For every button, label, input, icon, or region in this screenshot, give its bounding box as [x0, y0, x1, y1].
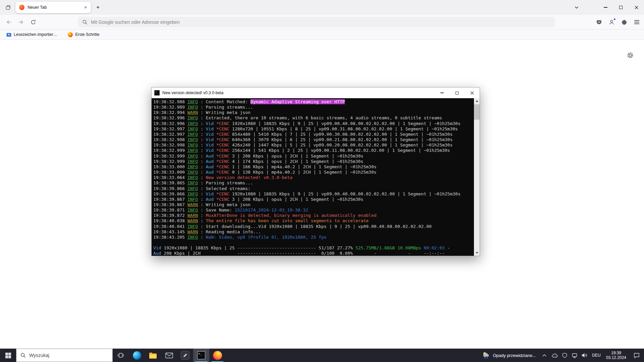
tab-close-button[interactable]: ✕ — [82, 4, 89, 11]
list-all-tabs-button[interactable] — [572, 2, 582, 12]
taskbar-mail-button[interactable] — [161, 349, 177, 362]
log-segment: Vid — [206, 191, 216, 196]
arrow-down-icon — [476, 252, 478, 254]
log-segment: 640x360 | 3079 Kbps | 6 | 25 | vp09.00.2… — [232, 137, 452, 142]
weather-widget[interactable]: Opady przewidziane... — [479, 349, 539, 362]
bookmark-import-bookmarks[interactable]: Lesezeichen importier… — [3, 31, 60, 39]
log-segment: 644x362 | 18835 Kbps | 9 | 25 | vp09.0… — [232, 191, 461, 196]
log-segment: : — [198, 110, 206, 115]
log-segment: 19:38:32.996 — [153, 115, 187, 120]
log-segment: 19:38:32.994 — [153, 110, 187, 115]
action-center-button[interactable] — [629, 349, 644, 362]
scrollbar-down-arrow[interactable] — [474, 250, 480, 256]
firefox-view-button[interactable] — [3, 2, 13, 13]
log-segment: INFO — [187, 224, 198, 229]
taskbar-edge-button[interactable] — [129, 349, 145, 362]
new-tab-button[interactable]: + — [93, 2, 103, 12]
account-button[interactable] — [606, 17, 617, 27]
log-segment: *CENC — [216, 132, 232, 137]
taskbar-file-explorer-button[interactable] — [145, 349, 161, 362]
log-segment: 525.75MB/1.88GB — [356, 245, 395, 250]
log-segment: 3 | 208 Kbps | opus | 2CH | 1 Segment | … — [232, 154, 363, 159]
console-titlebar[interactable]: >_ New version detected! v0.3.0-beta — [152, 87, 480, 98]
mail-envelope-icon — [165, 353, 173, 358]
console-line: 19:38:39.872 WARN : MuxAfterDone is dete… — [153, 213, 474, 218]
address-bar[interactable] — [78, 17, 555, 27]
taskbar-search-box[interactable] — [16, 349, 113, 362]
log-segment: 19:38:39.866 — [153, 186, 187, 191]
account-notification-badge — [613, 18, 616, 20]
console-line: 19:38:39.865 INFO : Parsing streams... — [153, 180, 474, 186]
log-segment: 208 Kbps | 2CH — [164, 251, 237, 256]
address-input[interactable] — [91, 19, 551, 25]
tray-show-hidden-icons-button[interactable] — [539, 349, 549, 362]
forward-button[interactable] — [15, 16, 26, 28]
log-segment: 19:38:32.998 — [153, 137, 187, 142]
log-segment: : — [198, 224, 206, 229]
tray-volume-button[interactable] — [580, 349, 590, 362]
console-close-button[interactable] — [465, 87, 480, 98]
shield-icon — [562, 353, 568, 358]
log-segment: 426x240 | 1447 Kbps | 5 | 25 | vp09.00.2… — [232, 142, 452, 147]
log-segment: Aud — [153, 251, 164, 256]
log-segment: 19:38:32.999 — [153, 148, 187, 153]
log-segment: WARN — [187, 229, 198, 234]
gear-icon — [627, 52, 634, 59]
tray-onedrive-button[interactable] — [549, 349, 559, 362]
taskbar-search-input[interactable] — [29, 353, 96, 358]
log-segment: 19:38:43.205 — [153, 235, 187, 240]
taskbar-console-button[interactable]: >_ — [193, 349, 209, 362]
scrollbar-thumb[interactable] — [474, 104, 480, 120]
log-segment: *CENC — [216, 197, 232, 202]
log-segment: 19:38:32.996 — [153, 121, 187, 126]
log-segment: 19:38:33.000 — [153, 164, 187, 169]
console-line — [153, 240, 474, 245]
log-segment: Vid — [206, 121, 216, 126]
log-segment: 19:38:39.866 — [153, 191, 187, 196]
tray-network-button[interactable] — [570, 349, 580, 362]
scrollbar-up-arrow[interactable] — [474, 98, 480, 104]
language-indicator[interactable]: DEU — [590, 349, 603, 362]
console-line: 19:38:32.989 INFO : Parsing streams... — [153, 105, 474, 110]
puzzle-icon — [622, 19, 627, 25]
taskbar-clock[interactable]: 19:39 03.12.2024 — [603, 349, 629, 362]
back-button[interactable] — [3, 16, 15, 28]
reload-button[interactable] — [28, 16, 39, 28]
browser-tab-neuer-tab[interactable]: Neuer Tab ✕ — [15, 2, 91, 13]
taskbar-firefox-button[interactable] — [209, 349, 225, 362]
console-scrollbar[interactable] — [474, 98, 480, 256]
console-maximize-button[interactable] — [449, 87, 465, 98]
bookmark-erste-schritte[interactable]: Erste Schritte — [65, 31, 102, 39]
menu-button[interactable] — [631, 17, 642, 27]
window-minimize-button[interactable] — [598, 0, 613, 15]
log-segment: The entire file has been cut into small … — [206, 218, 369, 223]
tray-security-button[interactable] — [559, 349, 570, 362]
console-line: 19:38:32.999 INFO : Vid *CENC 256x144 | … — [153, 148, 474, 153]
task-view-button[interactable] — [113, 349, 129, 362]
console-line: 19:38:39.867 WARN : Writing meta json — [153, 202, 474, 207]
log-segment: 19:38:32.988 — [153, 99, 187, 104]
window-maximize-button[interactable] — [613, 0, 629, 15]
clock-time: 19:39 — [611, 351, 621, 355]
personalize-newtab-button[interactable] — [626, 51, 635, 60]
log-segment: Vid — [206, 142, 216, 147]
save-to-pocket-button[interactable] — [594, 17, 604, 27]
navigation-toolbar — [0, 15, 644, 29]
log-segment: 19:38:33.000 — [153, 170, 187, 175]
log-segment: 19:38:43.145 — [153, 229, 187, 234]
start-button[interactable] — [0, 349, 16, 362]
extensions-button[interactable] — [619, 17, 630, 27]
console-line: 19:38:40.041 INFO : Start downloading...… — [153, 224, 474, 229]
log-segment: INFO — [187, 137, 198, 142]
close-icon — [470, 91, 474, 95]
minimize-icon — [440, 93, 444, 93]
log-segment: 15210174_2024-12-03_19-38-32 — [235, 207, 308, 213]
console-line: 19:38:32.999 INFO : Aud *CENC 3 | 208 Kb… — [153, 154, 474, 159]
task-view-icon — [117, 352, 124, 359]
window-close-button[interactable] — [629, 0, 644, 15]
log-segment: 19:38:40.041 — [153, 224, 187, 229]
taskbar-editor-app-button[interactable] — [177, 349, 193, 362]
console-minimize-button[interactable] — [434, 87, 449, 98]
import-bookmarks-icon — [6, 32, 11, 37]
notification-icon — [633, 352, 640, 358]
